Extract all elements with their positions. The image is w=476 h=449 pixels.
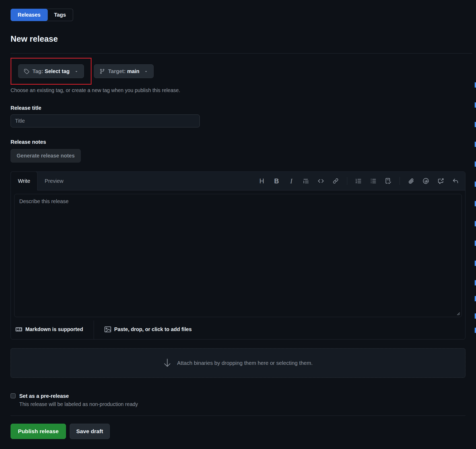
tags-tab-button[interactable]: Tags bbox=[46, 9, 73, 21]
tag-target-row: Tag: Select tag Target: main bbox=[11, 58, 465, 85]
generate-release-notes-button[interactable]: Generate release notes bbox=[11, 149, 81, 163]
chevron-down-icon bbox=[74, 69, 78, 73]
footer-separator bbox=[94, 321, 94, 339]
page-title: New release bbox=[11, 33, 465, 45]
code-icon[interactable] bbox=[317, 177, 324, 185]
target-button-prefix: Target: bbox=[108, 68, 127, 74]
markdown-toolbar: H B I bbox=[258, 172, 465, 190]
prerelease-section: Set as a pre-release This release will b… bbox=[11, 393, 465, 407]
mention-icon[interactable] bbox=[422, 177, 429, 185]
bold-icon[interactable]: B bbox=[273, 177, 280, 185]
release-title-label: Release title bbox=[11, 105, 465, 111]
release-title-input[interactable] bbox=[11, 114, 200, 127]
tab-write[interactable]: Write bbox=[11, 171, 37, 190]
dropzone-text: Attach binaries by dropping them here or… bbox=[177, 360, 313, 366]
release-notes-editor: Write Preview H B I Markdown is supporte… bbox=[11, 171, 465, 340]
cross-reference-icon[interactable] bbox=[437, 177, 444, 185]
attach-files-button[interactable]: Paste, drop, or click to add files bbox=[104, 326, 192, 333]
release-notes-textarea[interactable] bbox=[14, 194, 462, 317]
link-icon[interactable] bbox=[332, 177, 339, 185]
tasklist-icon[interactable] bbox=[385, 177, 392, 185]
tag-button-prefix: Tag: bbox=[32, 68, 45, 74]
target-button-value: main bbox=[127, 68, 140, 74]
target-branch-dropdown[interactable]: Target: main bbox=[94, 64, 154, 78]
git-branch-icon bbox=[99, 69, 105, 74]
tag-helper-text: Choose an existing tag, or create a new … bbox=[11, 87, 465, 93]
editor-footer: Markdown is supported Paste, drop, or cl… bbox=[11, 321, 465, 339]
clipped-sidebar-text bbox=[475, 0, 476, 449]
toolbar-separator bbox=[347, 177, 347, 185]
publish-release-button[interactable]: Publish release bbox=[11, 424, 66, 439]
release-notes-label: Release notes bbox=[11, 139, 465, 145]
italic-icon[interactable]: I bbox=[288, 177, 295, 185]
red-annotation-box: Tag: Select tag bbox=[11, 58, 92, 85]
ordered-list-icon[interactable] bbox=[355, 177, 362, 185]
image-icon bbox=[104, 326, 111, 333]
attach-binaries-dropzone[interactable]: Attach binaries by dropping them here or… bbox=[11, 348, 465, 378]
releases-tab-button[interactable]: Releases bbox=[11, 9, 48, 21]
resize-grip-icon[interactable] bbox=[456, 312, 460, 316]
releases-tags-segmented-control: Releases Tags bbox=[11, 9, 73, 21]
prerelease-checkbox[interactable] bbox=[11, 393, 16, 398]
chevron-down-icon bbox=[144, 69, 148, 73]
unordered-list-icon[interactable] bbox=[370, 177, 377, 185]
editor-header: Write Preview H B I bbox=[11, 172, 465, 190]
toolbar-separator bbox=[399, 177, 400, 185]
prerelease-description: This release will be labeled as non-prod… bbox=[19, 401, 138, 407]
paperclip-icon[interactable] bbox=[408, 177, 415, 185]
reply-icon[interactable] bbox=[452, 177, 459, 185]
editor-body bbox=[11, 190, 465, 321]
prerelease-label[interactable]: Set as a pre-release bbox=[19, 393, 138, 399]
form-actions: Publish release Save draft bbox=[11, 424, 465, 439]
tab-preview[interactable]: Preview bbox=[37, 172, 70, 190]
heading-icon[interactable]: H bbox=[258, 177, 265, 185]
save-draft-button[interactable]: Save draft bbox=[70, 424, 110, 439]
attach-files-label: Paste, drop, or click to add files bbox=[114, 326, 192, 332]
tag-icon bbox=[24, 69, 29, 74]
tag-select-dropdown[interactable]: Tag: Select tag bbox=[18, 64, 84, 78]
download-arrow-icon bbox=[163, 358, 171, 368]
markdown-supported-label: Markdown is supported bbox=[25, 326, 83, 332]
section-divider-top bbox=[11, 53, 472, 54]
tag-button-value: Select tag bbox=[45, 68, 69, 74]
markdown-icon bbox=[16, 326, 22, 333]
markdown-supported-link[interactable]: Markdown is supported bbox=[16, 326, 83, 333]
quote-icon[interactable] bbox=[303, 177, 310, 185]
section-divider-bottom bbox=[11, 415, 465, 416]
